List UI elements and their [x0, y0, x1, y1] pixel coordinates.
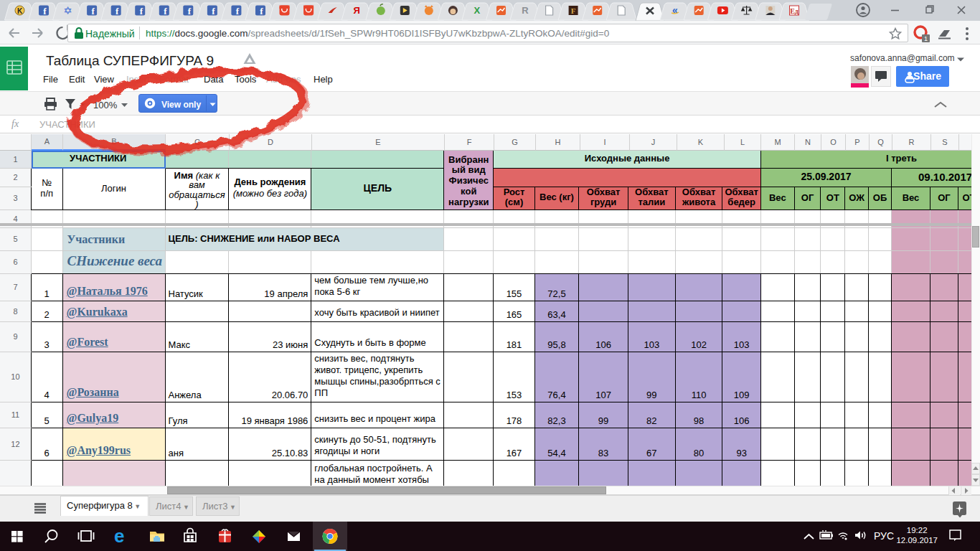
- svg-text:f: f: [116, 6, 119, 17]
- svg-text:«: «: [672, 4, 678, 16]
- svg-text:f: f: [43, 6, 47, 17]
- svg-text:f: f: [260, 6, 263, 17]
- svg-text:1: 1: [924, 35, 928, 42]
- svg-text:Я: Я: [354, 5, 360, 16]
- svg-text:✡: ✡: [63, 4, 72, 17]
- svg-text:e: e: [114, 525, 124, 547]
- svg-text:f: f: [212, 6, 215, 17]
- svg-text:РУС: РУС: [874, 530, 894, 542]
- svg-text:f: f: [91, 6, 95, 17]
- svg-text:Ед: Ед: [790, 7, 798, 15]
- svg-text:F: F: [571, 6, 576, 15]
- svg-text:f: f: [188, 6, 192, 17]
- svg-text:f: f: [140, 6, 143, 17]
- svg-text:K: K: [17, 7, 23, 15]
- svg-text:R: R: [522, 5, 529, 16]
- svg-text:X: X: [474, 5, 481, 16]
- svg-text:f: f: [164, 6, 167, 17]
- svg-text:f: f: [236, 6, 240, 17]
